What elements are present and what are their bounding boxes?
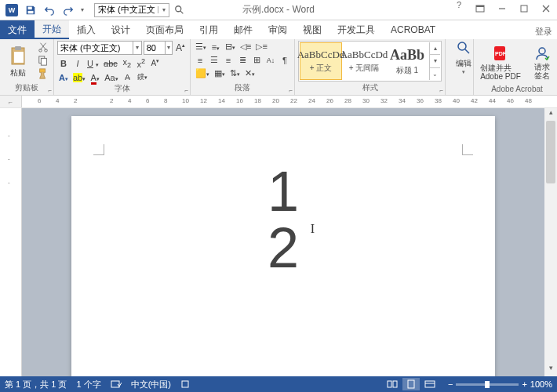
font-size-combo[interactable]: ▾ [144, 41, 173, 55]
create-pdf-button[interactable]: PDF 创建并共 Adobe PDF [477, 41, 524, 85]
sort-button[interactable]: A↓ [264, 56, 277, 65]
text-effects-button[interactable]: A▾ [57, 72, 70, 83]
distribute-button[interactable]: ⊞ [250, 54, 263, 66]
language-indicator[interactable]: 中文(中国) [131, 379, 171, 390]
read-mode-button[interactable] [384, 378, 401, 390]
clipboard-launcher[interactable]: ⌐ [48, 87, 52, 94]
fraction-denominator[interactable]: 2 [268, 220, 299, 276]
zoom-in-button[interactable]: + [522, 379, 526, 389]
decrease-indent-button[interactable]: ◁≡ [238, 41, 253, 53]
highlight-button[interactable]: ab▾ [71, 72, 87, 83]
font-size-dropdown[interactable]: ▾ [165, 42, 172, 54]
font-family-input[interactable] [58, 42, 133, 54]
styles-launcher[interactable]: ⌐ [439, 87, 443, 94]
bold-button[interactable]: B [57, 58, 70, 69]
subscript-button[interactable]: x2 [121, 56, 133, 70]
style-normal[interactable]: AaBbCcDd + 正文 [300, 42, 342, 80]
font-size-input[interactable] [144, 42, 166, 54]
superscript-button[interactable]: x2 [135, 56, 147, 70]
paragraph-launcher[interactable]: ⌐ [289, 87, 293, 94]
close-button[interactable] [535, 0, 557, 17]
tab-developer[interactable]: 开发工具 [329, 20, 383, 39]
multilevel-button[interactable]: ⊟▾ [224, 41, 237, 53]
scroll-up-button[interactable]: ▴ [544, 108, 557, 121]
login-link[interactable]: 登录 [535, 26, 552, 38]
ribbon-display-icon[interactable] [469, 0, 491, 17]
tab-home[interactable]: 开始 [35, 20, 69, 39]
zoom-slider-track[interactable] [456, 383, 519, 386]
fraction-numerator[interactable]: 1 [268, 163, 299, 220]
tab-file[interactable]: 文件 [0, 20, 35, 39]
qat-font-dropdown[interactable]: ▾ [158, 6, 169, 13]
font-family-dropdown[interactable]: ▾ [133, 42, 141, 54]
grow-font-button[interactable]: A▴ [174, 42, 187, 54]
paste-button[interactable]: 粘贴 [3, 41, 33, 82]
tab-insert[interactable]: 插入 [69, 20, 104, 39]
ruler-h-track[interactable]: 6422468101214161820222426283032343638404… [22, 96, 557, 107]
help-button[interactable]: ? [449, 0, 469, 17]
page[interactable]: 1 2 I [71, 116, 495, 376]
align-center-button[interactable]: ☰ [208, 54, 220, 66]
scroll-down-button[interactable]: ▾ [544, 364, 557, 376]
qat-font-selector[interactable]: ▾ [94, 3, 169, 17]
undo-button[interactable] [41, 2, 58, 19]
page-indicator[interactable]: 第 1 页，共 1 页 [5, 379, 67, 390]
minimize-button[interactable] [491, 0, 513, 17]
underline-button[interactable]: U ▾ [86, 58, 100, 69]
italic-button[interactable]: I [71, 58, 84, 69]
borders-button[interactable]: ▦▾ [213, 67, 227, 79]
clear-formatting-button[interactable]: A̶ [122, 72, 134, 82]
vertical-scrollbar[interactable]: ▴ ▾ [544, 108, 557, 376]
web-layout-button[interactable] [421, 378, 439, 390]
format-painter-button[interactable] [36, 67, 50, 80]
qat-font-input[interactable] [95, 5, 158, 15]
fraction-content[interactable]: 1 2 I [268, 163, 299, 276]
word-count[interactable]: 1 个字 [76, 379, 100, 390]
tab-mail[interactable]: 邮件 [226, 20, 260, 39]
tab-acrobat[interactable]: ACROBAT [383, 20, 443, 39]
tab-references[interactable]: 引用 [191, 20, 226, 39]
zoom-slider-thumb[interactable] [485, 381, 490, 388]
align-left-button[interactable]: ≡ [194, 55, 206, 66]
shading-button[interactable]: 🟨▾ [194, 67, 211, 79]
app-icon[interactable]: W [3, 2, 20, 19]
justify-button[interactable]: ≣ [236, 54, 249, 66]
change-case-button[interactable]: Aa▾ [103, 72, 119, 83]
align-right-button[interactable]: ≡ [222, 55, 235, 66]
zoom-level[interactable]: 100% [530, 379, 552, 389]
tab-view[interactable]: 视图 [295, 20, 329, 39]
scroll-track[interactable] [544, 121, 557, 364]
show-marks-button[interactable]: ¶ [278, 55, 291, 66]
font-color-button[interactable]: A▾ [89, 72, 101, 83]
font-family-combo[interactable]: ▾ [57, 41, 142, 55]
font-launcher[interactable]: ⌐ [184, 87, 188, 94]
spell-check-icon[interactable] [111, 379, 122, 389]
asian-layout-button[interactable]: ✕▾ [243, 67, 257, 79]
macro-icon[interactable] [180, 379, 190, 389]
tab-review[interactable]: 审阅 [260, 20, 295, 39]
zoom-out-button[interactable]: − [448, 379, 453, 389]
copy-button[interactable] [36, 54, 50, 67]
style-down-button[interactable]: ▾ [430, 55, 440, 67]
scroll-thumb[interactable] [546, 121, 555, 183]
increase-indent-button[interactable]: ▷≡ [254, 41, 268, 53]
phonetic-button[interactable]: 鏷▾ [136, 71, 149, 83]
qat-customize[interactable]: ▾ [78, 2, 86, 19]
document-canvas[interactable]: 1 2 I [22, 108, 544, 376]
print-layout-button[interactable] [402, 378, 420, 390]
style-expand-button[interactable]: ⌄ [430, 68, 440, 80]
numbering-button[interactable]: ≡▾ [209, 42, 222, 53]
shrink-font-button[interactable]: A▾ [149, 57, 162, 68]
tab-layout[interactable]: 页面布局 [138, 20, 191, 39]
style-heading1[interactable]: AaBb 标题 1 [386, 42, 428, 80]
search-icon[interactable] [171, 2, 188, 19]
cut-button[interactable] [36, 41, 50, 53]
tab-design[interactable]: 设计 [104, 20, 138, 39]
save-button[interactable] [22, 2, 39, 19]
line-spacing-button[interactable]: ⇅▾ [228, 67, 242, 79]
redo-button[interactable] [60, 2, 77, 19]
ruler-vertical[interactable]: - - - [0, 108, 22, 376]
strikethrough-button[interactable]: abc [102, 58, 119, 69]
ruler-corner[interactable]: ⌐ [0, 96, 22, 107]
maximize-button[interactable] [513, 0, 535, 17]
